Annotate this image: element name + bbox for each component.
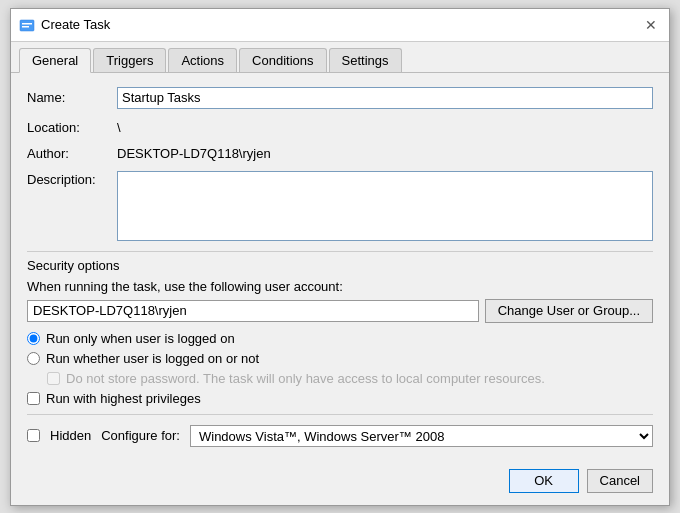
description-label: Description: <box>27 169 117 187</box>
dialog-title: Create Task <box>41 17 110 32</box>
checkbox-hidden[interactable] <box>27 429 40 442</box>
author-row: Author: DESKTOP-LD7Q118\ryjen <box>27 143 653 161</box>
checkbox-password-row: Do not store password. The task will onl… <box>27 371 653 386</box>
svg-rect-1 <box>22 23 32 25</box>
bottom-row: Hidden Configure for: Windows Vista™, Wi… <box>27 425 653 447</box>
author-label: Author: <box>27 143 117 161</box>
divider-2 <box>27 414 653 415</box>
security-options: Security options When running the task, … <box>27 258 653 406</box>
divider-1 <box>27 251 653 252</box>
location-label: Location: <box>27 117 117 135</box>
description-row: Description: <box>27 169 653 241</box>
user-account-desc: When running the task, use the following… <box>27 279 653 294</box>
radio-logged-on-row: Run only when user is logged on <box>27 331 653 346</box>
radio-logged-on[interactable] <box>27 332 40 345</box>
location-row: Location: \ <box>27 117 653 135</box>
cancel-button[interactable]: Cancel <box>587 469 653 493</box>
location-value: \ <box>117 117 653 135</box>
description-textarea[interactable] <box>117 171 653 241</box>
checkbox-password-label: Do not store password. The task will onl… <box>66 371 545 386</box>
svg-rect-2 <box>22 26 29 28</box>
tab-triggers[interactable]: Triggers <box>93 48 166 72</box>
user-account-input[interactable] <box>27 300 479 322</box>
hidden-label: Hidden <box>50 428 91 443</box>
tab-actions[interactable]: Actions <box>168 48 237 72</box>
radio-whether-label: Run whether user is logged on or not <box>46 351 259 366</box>
checkbox-highest-label: Run with highest privileges <box>46 391 201 406</box>
user-account-row: Change User or Group... <box>27 299 653 323</box>
radio-logged-on-label: Run only when user is logged on <box>46 331 235 346</box>
radio-whether-row: Run whether user is logged on or not <box>27 351 653 366</box>
tab-settings[interactable]: Settings <box>329 48 402 72</box>
name-label: Name: <box>27 87 117 105</box>
tab-conditions[interactable]: Conditions <box>239 48 326 72</box>
name-row: Name: <box>27 87 653 109</box>
security-section-title: Security options <box>27 258 653 273</box>
name-input[interactable] <box>117 87 653 109</box>
configure-select[interactable]: Windows Vista™, Windows Server™ 2008 Win… <box>190 425 653 447</box>
configure-label: Configure for: <box>101 428 180 443</box>
close-button[interactable]: ✕ <box>641 15 661 35</box>
checkbox-highest[interactable] <box>27 392 40 405</box>
author-value: DESKTOP-LD7Q118\ryjen <box>117 143 653 161</box>
change-user-button[interactable]: Change User or Group... <box>485 299 653 323</box>
title-bar: Create Task ✕ <box>11 9 669 42</box>
tab-general[interactable]: General <box>19 48 91 73</box>
content-area: Name: Location: \ Author: DESKTOP-LD7Q11… <box>11 73 669 461</box>
tabs-container: General Triggers Actions Conditions Sett… <box>11 42 669 73</box>
create-task-dialog: Create Task ✕ General Triggers Actions C… <box>10 8 670 506</box>
dialog-footer: OK Cancel <box>11 461 669 505</box>
ok-button[interactable]: OK <box>509 469 579 493</box>
checkbox-highest-row: Run with highest privileges <box>27 391 653 406</box>
dialog-icon <box>19 17 35 33</box>
radio-whether[interactable] <box>27 352 40 365</box>
checkbox-password[interactable] <box>47 372 60 385</box>
svg-rect-0 <box>20 20 34 31</box>
